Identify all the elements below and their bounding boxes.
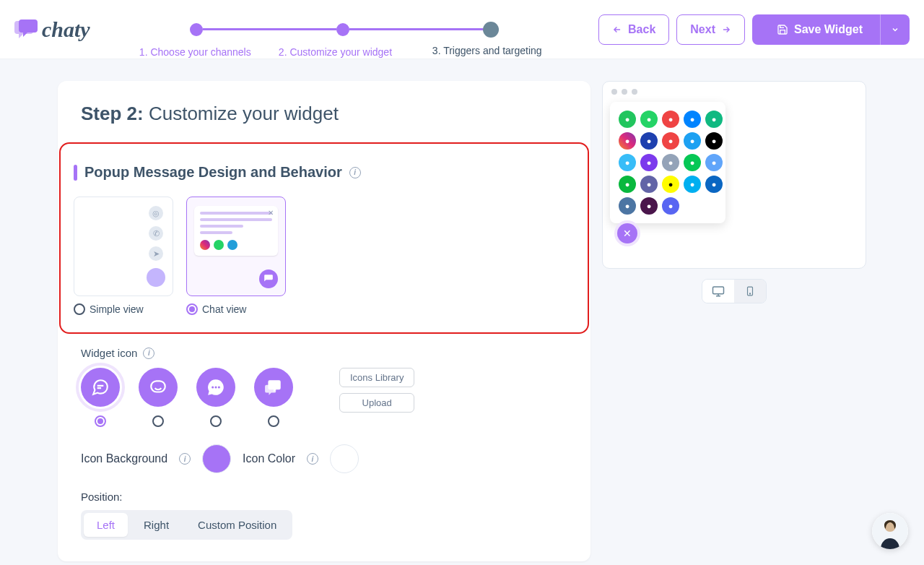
- contact-icon[interactable]: ●: [640, 132, 658, 150]
- simple-view-preview: ◎ ✆ ➤: [74, 197, 173, 296]
- vk-icon[interactable]: ●: [619, 197, 636, 215]
- popup-design-section: Popup Message Design and Behavior i ◎ ✆ …: [59, 142, 589, 334]
- chat-lines-icon: [91, 378, 110, 397]
- icons-library-button[interactable]: Icons Library: [339, 368, 414, 387]
- info-icon[interactable]: i: [143, 348, 154, 359]
- logo-text: chaty: [42, 17, 90, 42]
- icon-bg-swatch[interactable]: [202, 444, 231, 473]
- chat-icon[interactable]: ●: [705, 154, 723, 171]
- double-bubble-icon: [264, 378, 283, 397]
- step-label-1[interactable]: 1. Choose your channels: [139, 46, 251, 58]
- sms-icon[interactable]: ●: [662, 132, 679, 150]
- step-dot-1[interactable]: [190, 23, 203, 36]
- step-label-2[interactable]: 2. Customize your widget: [279, 46, 392, 58]
- chat-icon: [14, 20, 38, 40]
- chevron-down-icon: [891, 25, 899, 34]
- wechat-icon[interactable]: ●: [619, 176, 636, 193]
- step-line-2: [349, 28, 483, 30]
- dots-bubble-icon: [206, 378, 225, 397]
- email-icon[interactable]: ●: [662, 111, 679, 128]
- device-toggle: [702, 279, 767, 303]
- close-icon: ✕: [268, 209, 274, 217]
- upload-button[interactable]: Upload: [339, 393, 414, 413]
- slack-icon[interactable]: ●: [640, 197, 658, 215]
- telegram-icon: ➤: [149, 246, 163, 261]
- arrow-left-icon: [612, 25, 622, 35]
- mobile-icon: [745, 285, 755, 298]
- svg-rect-4: [713, 287, 724, 294]
- widget-icon-option-1[interactable]: [81, 368, 120, 427]
- config-card: Step 2: Customize your widget Popup Mess…: [58, 81, 590, 561]
- save-widget-button[interactable]: Save Widget: [752, 14, 910, 45]
- view-option-simple[interactable]: ◎ ✆ ➤ Simple view: [74, 197, 173, 315]
- logo: chaty: [14, 17, 90, 42]
- instagram-icon: ◎: [149, 206, 163, 220]
- whatsapp-icon[interactable]: ●: [640, 111, 658, 128]
- phone-icon[interactable]: ●: [619, 111, 636, 128]
- info-icon[interactable]: i: [349, 167, 361, 178]
- preview-window: ●●●●●●●●●●●●●●●●●●●●●●● ✕: [602, 81, 866, 269]
- info-icon[interactable]: i: [179, 453, 191, 465]
- top-actions: Back Next Save Widget: [598, 14, 910, 45]
- instagram-icon[interactable]: ●: [619, 132, 636, 150]
- position-left[interactable]: Left: [84, 513, 128, 537]
- maps-icon[interactable]: ●: [705, 111, 723, 128]
- svg-point-2: [214, 386, 217, 388]
- simple-view-radio[interactable]: Simple view: [74, 303, 173, 315]
- channel-popup: ●●●●●●●●●●●●●●●●●●●●●●●: [610, 102, 725, 223]
- support-avatar[interactable]: [872, 513, 908, 549]
- save-icon: [777, 24, 788, 35]
- position-segmented: Left Right Custom Position: [81, 510, 292, 540]
- widget-icon-option-2[interactable]: [139, 368, 178, 427]
- snapchat-icon[interactable]: ●: [662, 176, 679, 193]
- save-dropdown-toggle[interactable]: [880, 14, 910, 45]
- desktop-icon: [712, 285, 725, 298]
- linkedin-icon[interactable]: ●: [705, 176, 723, 193]
- icon-color-label: Icon Color: [243, 452, 295, 465]
- messenger-icon[interactable]: ●: [684, 111, 701, 128]
- position-label: Position:: [81, 491, 567, 503]
- step-dot-2[interactable]: [336, 23, 349, 36]
- smile-bubble-icon: [149, 378, 167, 397]
- widget-icon-label: Widget icon: [81, 347, 137, 359]
- view-option-chat[interactable]: ✕: [186, 197, 286, 315]
- step-dot-3[interactable]: [483, 22, 499, 38]
- info-icon[interactable]: i: [307, 453, 318, 465]
- chat-view-preview: ✕: [186, 197, 286, 296]
- form-icon[interactable]: ●: [662, 154, 679, 171]
- whatsapp-icon: ✆: [149, 226, 163, 241]
- page-title: Step 2: Customize your widget: [58, 103, 590, 142]
- back-button[interactable]: Back: [598, 14, 669, 45]
- preview-panel: ●●●●●●●●●●●●●●●●●●●●●●● ✕: [602, 81, 866, 561]
- chat-view-radio[interactable]: Chat view: [186, 303, 286, 315]
- widget-icon-option-4[interactable]: [254, 368, 293, 427]
- widget-bubble-icon: [259, 269, 278, 288]
- twitter-icon[interactable]: ●: [684, 132, 701, 150]
- line-icon[interactable]: ●: [684, 154, 701, 171]
- widget-icon-option-3[interactable]: [196, 368, 235, 427]
- tiktok-icon[interactable]: ●: [705, 132, 723, 150]
- svg-point-6: [749, 293, 750, 294]
- section-title: Popup Message Design and Behavior: [84, 164, 342, 181]
- viber-icon[interactable]: ●: [640, 154, 658, 171]
- widget-icon-section: Widget iconi: [58, 334, 590, 540]
- teams-icon[interactable]: ●: [640, 176, 658, 193]
- next-button[interactable]: Next: [676, 14, 745, 45]
- traffic-lights: [603, 82, 866, 102]
- skype-icon[interactable]: ●: [684, 176, 701, 193]
- discord-icon[interactable]: ●: [662, 197, 679, 215]
- widget-close-fab[interactable]: ✕: [617, 223, 637, 243]
- telegram-icon[interactable]: ●: [619, 154, 636, 171]
- step-label-3[interactable]: 3. Triggers and targeting: [432, 45, 542, 56]
- icon-color-swatch[interactable]: [330, 444, 359, 473]
- position-custom[interactable]: Custom Position: [185, 513, 289, 537]
- arrow-right-icon: [721, 25, 731, 35]
- svg-point-1: [212, 386, 214, 388]
- widget-bubble-icon: [147, 268, 165, 287]
- position-right[interactable]: Right: [131, 513, 182, 537]
- device-desktop[interactable]: [702, 280, 734, 303]
- device-mobile[interactable]: [734, 280, 766, 303]
- svg-point-3: [218, 386, 220, 388]
- stepper: 1. Choose your channels 2. Customize you…: [112, 22, 577, 38]
- topbar: chaty 1. Choose your channels 2. Customi…: [0, 0, 924, 59]
